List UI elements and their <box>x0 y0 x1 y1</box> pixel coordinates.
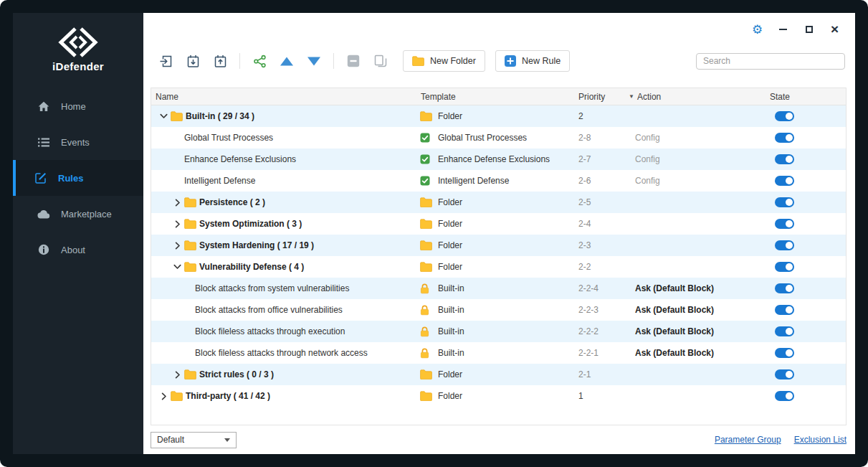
export-button[interactable] <box>208 50 232 72</box>
template-cell: Folder <box>419 192 578 213</box>
state-toggle[interactable] <box>775 305 794 315</box>
toggle-knob <box>786 349 793 357</box>
group-select-value: Default <box>157 435 184 445</box>
minimize-button[interactable] <box>777 24 789 36</box>
plus-icon <box>505 55 516 67</box>
state-toggle[interactable] <box>775 133 794 143</box>
column-header-template[interactable]: Template <box>419 92 578 102</box>
toggle-knob <box>786 199 793 206</box>
share-button[interactable] <box>247 50 272 72</box>
lock-icon <box>420 326 435 337</box>
column-header-state[interactable]: State <box>768 92 846 102</box>
column-header-name[interactable]: Name <box>151 92 419 102</box>
table-row[interactable]: Persistence ( 2 )Folder2-5 <box>151 192 846 213</box>
state-toggle[interactable] <box>775 348 794 358</box>
template-cell: Global Trust Processes <box>419 127 578 148</box>
sidebar-item-label: Events <box>61 137 90 148</box>
table-row[interactable]: System Hardening ( 17 / 19 )Folder2-3 <box>151 235 846 256</box>
new-folder-button[interactable]: New Folder <box>403 50 485 72</box>
exclusion-list-link[interactable]: Exclusion List <box>794 435 846 445</box>
table-row[interactable]: Strict rules ( 0 / 3 )Folder2-1 <box>151 364 846 385</box>
toggle-knob <box>786 156 793 163</box>
close-button[interactable] <box>829 24 841 36</box>
table-row[interactable]: Built-in ( 29 / 34 )Folder2 <box>151 105 846 127</box>
state-toggle[interactable] <box>775 369 794 379</box>
table-row[interactable]: Third-party ( 41 / 42 )Folder1 <box>151 385 846 407</box>
rule-name: Third-party ( 41 / 42 ) <box>186 391 270 401</box>
table-row[interactable]: Vulnerability Defense ( 4 )Folder2-2 <box>151 256 846 278</box>
priority-value: 1 <box>578 385 626 407</box>
state-toggle[interactable] <box>775 176 794 186</box>
chevron-down-icon[interactable] <box>157 113 171 119</box>
remove-button[interactable] <box>341 50 366 72</box>
sidebar-item-home[interactable]: Home <box>13 88 143 124</box>
move-down-button[interactable] <box>302 50 326 72</box>
state-toggle[interactable] <box>775 326 794 336</box>
template-label: Built-in <box>438 283 464 293</box>
state-toggle[interactable] <box>775 240 794 250</box>
add-rule-file-button[interactable] <box>153 50 178 72</box>
parameter-group-link[interactable]: Parameter Group <box>715 435 781 445</box>
marketplace-cloud-icon <box>37 209 50 219</box>
action-value: Config <box>626 170 768 192</box>
toggle-knob <box>786 371 793 378</box>
sidebar-item-label: Marketplace <box>61 209 112 220</box>
move-up-button[interactable] <box>275 50 299 72</box>
chevron-right-icon[interactable] <box>171 371 184 379</box>
table-row[interactable]: Block attacks from office vulnerabilitie… <box>151 299 846 321</box>
table-row[interactable]: Block fileless attacks through execution… <box>151 321 846 342</box>
folder-icon <box>420 219 435 229</box>
table-row[interactable]: Enhance Defense ExclusionsEnhance Defens… <box>151 148 846 170</box>
sidebar-item-events[interactable]: Events <box>13 124 143 160</box>
priority-value: 2-2 <box>578 256 626 278</box>
column-header-action[interactable]: ▼ Action <box>626 92 768 102</box>
toggle-knob <box>786 242 793 249</box>
state-toggle[interactable] <box>775 219 794 229</box>
state-cell <box>768 321 846 342</box>
new-rule-button[interactable]: New Rule <box>495 50 570 72</box>
table-row[interactable]: System Optimization ( 3 )Folder2-4 <box>151 213 846 235</box>
template-cell: Built-in <box>419 299 578 321</box>
template-cell: Built-in <box>419 342 578 364</box>
table-row[interactable]: Global Trust ProcessesGlobal Trust Proce… <box>151 127 846 148</box>
state-cell <box>768 170 846 192</box>
folder-icon <box>184 197 199 207</box>
state-cell <box>768 127 846 148</box>
rule-name: System Hardening ( 17 / 19 ) <box>199 240 314 250</box>
share-icon <box>253 55 267 68</box>
table-row[interactable]: Intelligent DefenseIntelligent Defense2-… <box>151 170 846 192</box>
state-toggle[interactable] <box>775 197 794 207</box>
home-icon <box>37 101 50 112</box>
state-toggle[interactable] <box>775 391 794 401</box>
table-row[interactable]: Block fileless attacks through network a… <box>151 342 846 364</box>
chevron-right-icon[interactable] <box>171 242 184 250</box>
rule-name: Intelligent Defense <box>184 176 255 186</box>
template-cell: Folder <box>419 256 578 278</box>
search-input[interactable] <box>696 53 845 70</box>
chevron-down-icon[interactable] <box>171 264 184 270</box>
chevron-right-icon[interactable] <box>171 199 184 207</box>
state-toggle[interactable] <box>775 283 794 293</box>
column-header-priority[interactable]: Priority <box>578 92 626 102</box>
settings-gear-icon[interactable] <box>751 24 763 36</box>
import-button[interactable] <box>181 50 205 72</box>
action-value <box>626 256 768 278</box>
state-toggle[interactable] <box>775 111 794 121</box>
chevron-right-icon[interactable] <box>171 220 184 228</box>
maximize-button[interactable] <box>803 24 815 36</box>
window-frame: iDefender Home Events <box>0 0 868 467</box>
group-select[interactable]: Default <box>151 432 237 448</box>
duplicate-button[interactable] <box>368 50 393 72</box>
rule-name: Block fileless attacks through execution <box>195 326 345 336</box>
sidebar-item-rules[interactable]: Rules <box>13 160 143 196</box>
sidebar-item-about[interactable]: About <box>13 232 143 268</box>
table-row[interactable]: Block attacks from system vulnerabilitie… <box>151 278 846 299</box>
priority-value: 2 <box>578 105 626 127</box>
chevron-right-icon[interactable] <box>157 392 171 400</box>
main-content: New Folder New Rule Name Template Priori… <box>143 13 855 454</box>
template-label: Built-in <box>438 348 464 358</box>
state-toggle[interactable] <box>775 262 794 272</box>
sidebar-item-marketplace[interactable]: Marketplace <box>13 196 143 232</box>
state-toggle[interactable] <box>775 154 794 164</box>
state-cell <box>768 299 846 321</box>
